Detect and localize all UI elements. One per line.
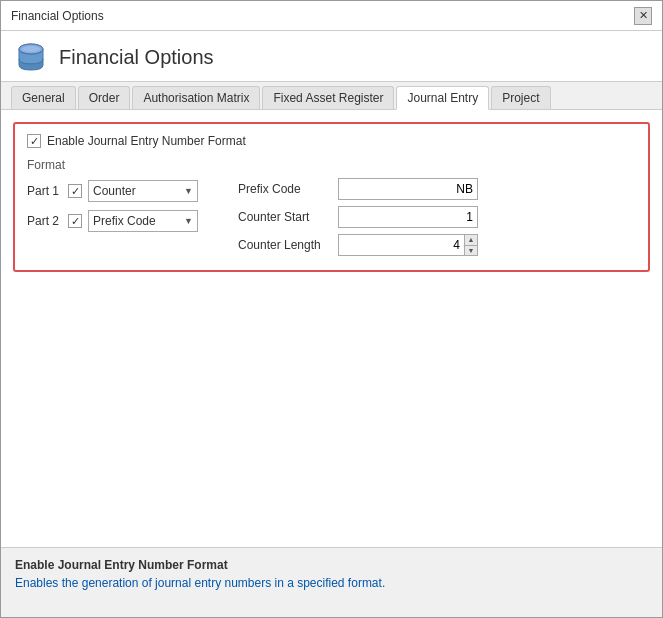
part2-label: Part 2 bbox=[27, 214, 62, 228]
format-label: Format bbox=[27, 158, 198, 172]
enable-label: Enable Journal Entry Number Format bbox=[47, 134, 246, 148]
spinner-down-button[interactable]: ▼ bbox=[465, 246, 477, 256]
counter-start-label: Counter Start bbox=[238, 210, 328, 224]
window-header: Financial Options bbox=[1, 31, 662, 82]
part2-row: Part 2 Prefix Code ▼ bbox=[27, 210, 198, 232]
counter-start-row: Counter Start bbox=[238, 206, 636, 228]
content-area: Enable Journal Entry Number Format Forma… bbox=[1, 110, 662, 547]
svg-point-2 bbox=[22, 46, 40, 52]
part1-checkbox[interactable] bbox=[68, 184, 82, 198]
part2-dropdown[interactable]: Prefix Code ▼ bbox=[88, 210, 198, 232]
part1-dropdown[interactable]: Counter ▼ bbox=[88, 180, 198, 202]
part2-checkbox[interactable] bbox=[68, 214, 82, 228]
bottom-description: Enables the generation of journal entry … bbox=[15, 576, 648, 590]
spinner-up-button[interactable]: ▲ bbox=[465, 235, 477, 246]
counter-length-row: Counter Length ▲ ▼ bbox=[238, 234, 636, 256]
part1-label: Part 1 bbox=[27, 184, 62, 198]
counter-length-spinner: ▲ ▼ bbox=[338, 234, 478, 256]
tab-journal-entry[interactable]: Journal Entry bbox=[396, 86, 489, 110]
tab-project[interactable]: Project bbox=[491, 86, 550, 109]
header-title: Financial Options bbox=[59, 46, 214, 69]
close-button[interactable]: ✕ bbox=[634, 7, 652, 25]
window-title: Financial Options bbox=[11, 9, 104, 23]
tab-general[interactable]: General bbox=[11, 86, 76, 109]
title-bar-left: Financial Options bbox=[11, 9, 104, 23]
tab-authorisation-matrix[interactable]: Authorisation Matrix bbox=[132, 86, 260, 109]
tab-fixed-asset-register[interactable]: Fixed Asset Register bbox=[262, 86, 394, 109]
bottom-title: Enable Journal Entry Number Format bbox=[15, 558, 648, 572]
counter-start-input[interactable] bbox=[338, 206, 478, 228]
prefix-code-row: Prefix Code bbox=[238, 178, 636, 200]
format-left: Format Part 1 Counter ▼ Part 2 bbox=[27, 158, 198, 256]
part1-dropdown-text: Counter bbox=[93, 184, 184, 198]
counter-length-input[interactable] bbox=[338, 234, 464, 256]
counter-length-label: Counter Length bbox=[238, 238, 328, 252]
enable-row: Enable Journal Entry Number Format bbox=[27, 134, 636, 148]
part1-row: Part 1 Counter ▼ bbox=[27, 180, 198, 202]
db-icon bbox=[15, 41, 47, 73]
part2-dropdown-arrow: ▼ bbox=[184, 216, 193, 226]
format-right: Prefix Code Counter Start Counter Length bbox=[238, 158, 636, 256]
tab-order[interactable]: Order bbox=[78, 86, 131, 109]
bottom-bar: Enable Journal Entry Number Format Enabl… bbox=[1, 547, 662, 617]
enable-checkbox[interactable] bbox=[27, 134, 41, 148]
prefix-code-input[interactable] bbox=[338, 178, 478, 200]
main-window: Financial Options ✕ Financial Options Ge… bbox=[0, 0, 663, 618]
format-section: Format Part 1 Counter ▼ Part 2 bbox=[27, 158, 636, 256]
tabs-bar: General Order Authorisation Matrix Fixed… bbox=[1, 82, 662, 110]
title-bar: Financial Options ✕ bbox=[1, 1, 662, 31]
prefix-code-label: Prefix Code bbox=[238, 182, 328, 196]
part1-dropdown-arrow: ▼ bbox=[184, 186, 193, 196]
spinner-buttons: ▲ ▼ bbox=[464, 234, 478, 256]
part2-dropdown-text: Prefix Code bbox=[93, 214, 184, 228]
journal-entry-box: Enable Journal Entry Number Format Forma… bbox=[13, 122, 650, 272]
